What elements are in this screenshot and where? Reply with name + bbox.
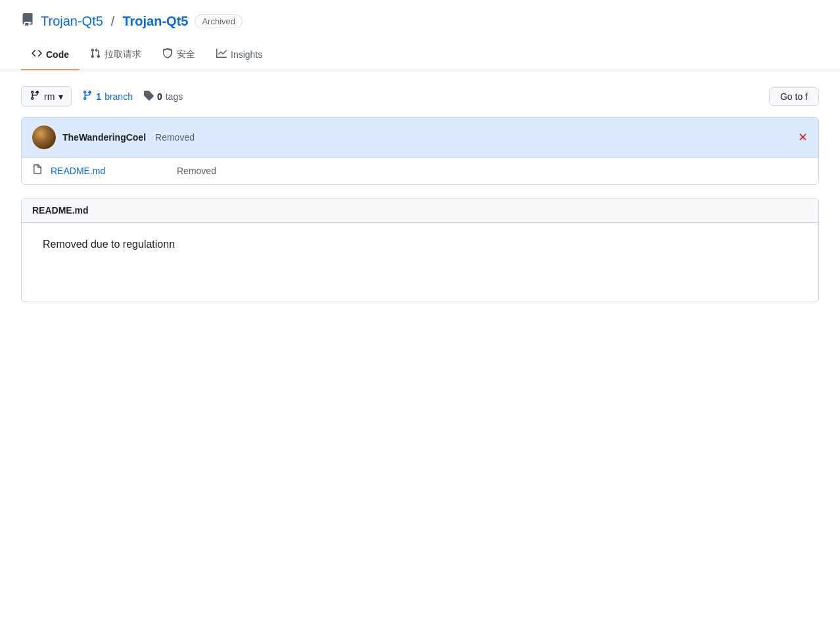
tab-security-label: 安全	[177, 49, 195, 60]
file-commit-message: Removed	[177, 166, 808, 176]
commit-message: Removed	[155, 132, 195, 143]
tag-count: 0	[157, 91, 162, 102]
tab-pullrequest[interactable]: 拉取请求	[80, 40, 152, 70]
repo-name-link[interactable]: Trojan-Qt5	[122, 14, 188, 29]
security-icon	[162, 48, 173, 61]
tag-icon	[143, 90, 154, 103]
avatar-image	[32, 126, 56, 149]
branch-bar-left: rm ▾ 1 branch 0	[21, 86, 183, 106]
table-row: README.md Removed	[22, 157, 818, 184]
commit-header-left: TheWanderingCoel Removed	[32, 126, 195, 149]
readme-text: Removed due to regulationn	[43, 239, 797, 250]
branch-label: branch	[105, 91, 133, 102]
repo-nav: Code 拉取请求 安全 Insights	[0, 40, 840, 70]
tab-insights-label: Insights	[231, 49, 262, 60]
readme-content: Removed due to regulationn	[22, 223, 818, 302]
file-icon	[32, 164, 43, 177]
file-container: TheWanderingCoel Removed ✕ README.md Rem…	[21, 117, 819, 185]
repo-separator: /	[111, 14, 115, 29]
tag-label: tags	[166, 91, 183, 102]
goto-file-button[interactable]: Go to f	[769, 87, 819, 106]
repo-header: Trojan-Qt5 / Trojan-Qt5 Archived	[0, 0, 840, 30]
commit-close-icon[interactable]: ✕	[798, 130, 808, 145]
tag-count-link[interactable]: 0 tags	[143, 90, 183, 103]
branch-count: 1	[96, 91, 101, 102]
tab-insights[interactable]: Insights	[206, 40, 273, 70]
commit-header: TheWanderingCoel Removed ✕	[22, 118, 818, 157]
avatar	[32, 126, 56, 149]
tab-security[interactable]: 安全	[152, 40, 206, 70]
branch-count-link[interactable]: 1 branch	[82, 90, 133, 103]
goto-file-label: Go to f	[780, 91, 808, 102]
repo-owner-link[interactable]: Trojan-Qt5	[41, 14, 103, 29]
pullrequest-icon	[90, 48, 101, 61]
branch-selector-icon	[30, 90, 40, 103]
file-name-link[interactable]: README.md	[51, 166, 169, 176]
archived-badge: Archived	[195, 14, 243, 28]
repo-icon	[21, 13, 34, 30]
branch-dropdown-icon: ▾	[58, 91, 63, 102]
main-content: rm ▾ 1 branch 0	[0, 70, 840, 318]
branch-bar: rm ▾ 1 branch 0	[21, 86, 819, 106]
readme-header: README.md	[22, 198, 818, 223]
code-icon	[32, 48, 42, 61]
tab-code-label: Code	[46, 49, 69, 60]
branch-selector-button[interactable]: rm ▾	[21, 86, 72, 106]
commit-author[interactable]: TheWanderingCoel	[62, 132, 146, 143]
tab-pullrequest-label: 拉取请求	[105, 49, 141, 60]
tab-code[interactable]: Code	[21, 40, 80, 70]
readme-box: README.md Removed due to regulationn	[21, 198, 819, 302]
insights-icon	[216, 48, 227, 61]
branch-icon	[82, 90, 93, 103]
current-branch-name: rm	[44, 91, 55, 102]
